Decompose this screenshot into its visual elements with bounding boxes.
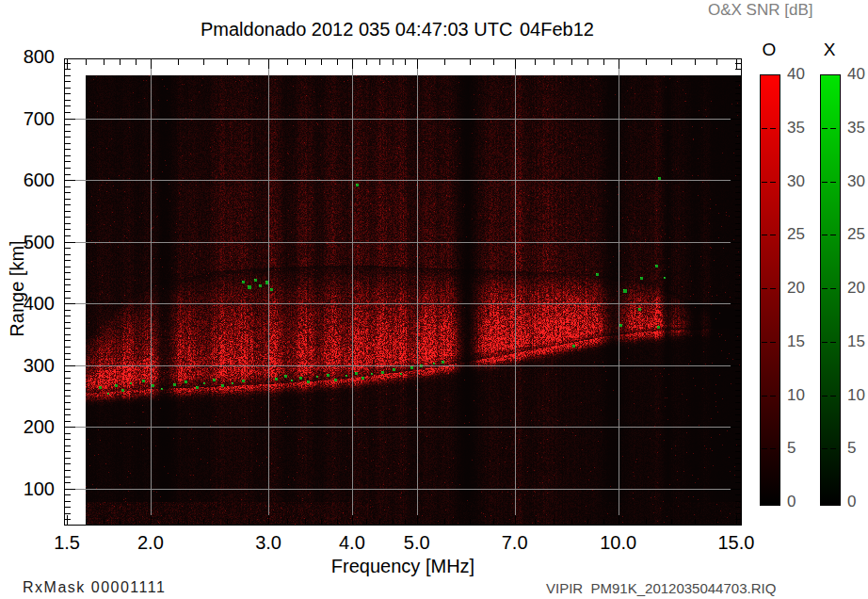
y-tick-label: 800 xyxy=(8,47,55,66)
colorbar-tick-mark xyxy=(770,182,776,183)
y-tick-label: 600 xyxy=(8,170,55,189)
plot-title: Pmaldonado 2012 035 04:47:03 UTC xyxy=(201,19,512,40)
colorbar-tick-mark xyxy=(822,235,828,235)
y-tick-label: 500 xyxy=(8,233,55,251)
colorbar-tick-label: 35 xyxy=(847,120,868,137)
colorbar-tick-mark xyxy=(830,342,836,343)
colorbar-tick-mark xyxy=(830,448,836,449)
colorbar-tick-mark xyxy=(762,396,767,397)
x-tick-label: 15.0 xyxy=(708,533,764,552)
colorbar-tick-mark xyxy=(762,342,767,343)
colorbar-tick-mark xyxy=(770,342,776,343)
colorbar-tick-mark xyxy=(822,128,828,129)
colorbar-tick-mark xyxy=(822,342,828,343)
x-tick-label: 7.0 xyxy=(487,533,543,552)
colorbar-tick-label: 30 xyxy=(787,173,825,190)
colorbar-tick-mark xyxy=(762,288,767,289)
ionogram-canvas xyxy=(64,58,742,526)
colorbar-tick-mark xyxy=(830,235,836,235)
colorbar-tick-mark xyxy=(762,448,767,449)
y-tick-label: 300 xyxy=(8,356,55,375)
colorbar-tick-mark xyxy=(822,396,828,397)
colorbar-tick-mark xyxy=(770,128,776,129)
colorbar-tick-mark xyxy=(770,448,776,449)
colorbar-tick-label: 15 xyxy=(847,333,868,350)
y-tick-label: 200 xyxy=(8,417,55,436)
colorbar-tick-mark xyxy=(762,182,767,183)
ionogram-figure: Pmaldonado 2012 035 04:47:03 UTC 04Feb12… xyxy=(0,0,868,599)
x-tick-label: 10.0 xyxy=(590,533,647,552)
rxmask-text: RxMask 00001111 xyxy=(23,579,166,596)
colorbar-tick-label: 0 xyxy=(847,494,868,510)
colorbar-tick-label: 10 xyxy=(787,387,825,404)
colorbar-tick-mark xyxy=(762,128,767,129)
colorbar-tick-label: 40 xyxy=(787,66,825,83)
colorbar-tick-label: 20 xyxy=(787,280,825,297)
colorbar-tick-mark xyxy=(830,502,836,503)
colorbar-tick-label: 35 xyxy=(787,120,825,137)
x-tick-label: 3.0 xyxy=(240,533,297,552)
colorbar-tick-label: 0 xyxy=(787,494,825,510)
colorbar-tick-mark xyxy=(822,502,828,503)
y-tick-label: 700 xyxy=(8,109,55,128)
colorbar-tick-label: 5 xyxy=(847,440,868,457)
x-axis-label: Frequency [MHz] xyxy=(64,556,742,577)
colorbar-tick-mark xyxy=(830,182,836,183)
colorbar-tick-mark xyxy=(770,288,776,289)
colorbar-X-label: X xyxy=(820,40,839,60)
colorbar-O xyxy=(760,74,780,506)
colorbar-O-label: O xyxy=(760,40,779,60)
colorbar-tick-mark xyxy=(770,502,776,503)
x-tick-label: 1.5 xyxy=(39,533,95,552)
colorbar-tick-mark xyxy=(822,448,828,449)
colorbar-tick-mark xyxy=(830,128,836,129)
colorbar-tick-label: 5 xyxy=(787,440,825,457)
colorbar-title: O&X SNR [dB] xyxy=(708,1,812,20)
colorbar-tick-label: 25 xyxy=(847,226,868,243)
x-tick-label: 4.0 xyxy=(324,533,380,552)
x-tick-label: 5.0 xyxy=(389,533,445,552)
colorbar-tick-mark xyxy=(770,396,776,397)
colorbar-tick-label: 20 xyxy=(847,280,868,297)
source-file-text: VIPIR PM91K_2012035044703.RIQ xyxy=(546,580,776,596)
colorbar-tick-mark xyxy=(830,288,836,289)
colorbar-tick-mark xyxy=(822,182,828,183)
colorbar-tick-label: 10 xyxy=(847,387,868,404)
colorbar-tick-label: 25 xyxy=(787,226,825,243)
colorbar-tick-mark xyxy=(770,235,776,235)
colorbar-tick-mark xyxy=(830,396,836,397)
plot-date: 04Feb12 xyxy=(520,19,594,40)
colorbar-tick-mark xyxy=(822,288,828,289)
x-tick-label: 2.0 xyxy=(122,533,179,552)
colorbar-tick-mark xyxy=(762,502,767,503)
y-tick-label: 100 xyxy=(8,479,55,498)
colorbar-tick-label: 40 xyxy=(847,66,868,83)
colorbar-tick-mark xyxy=(762,235,767,235)
colorbar-tick-label: 30 xyxy=(847,173,868,190)
colorbar-tick-label: 15 xyxy=(787,333,825,350)
y-tick-label: 400 xyxy=(8,294,55,313)
